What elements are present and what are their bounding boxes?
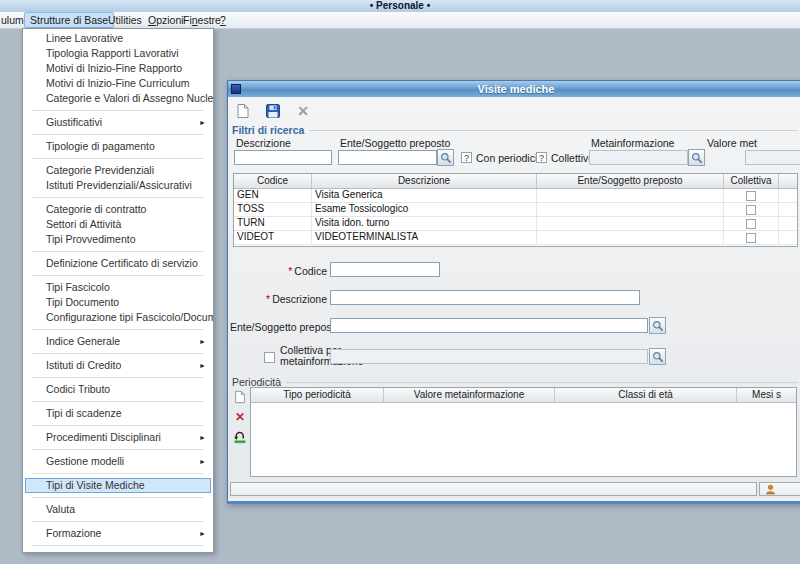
menubar-item-strutture-di-base[interactable]: Strutture di Base — [24, 12, 114, 28]
menu-item-indice-generale[interactable]: Indice Generale► — [23, 334, 213, 349]
menu-item-istituti-previdenziali[interactable]: Istituti Previdenziali/Assicurativi — [23, 178, 213, 193]
menu-item-istituti-credito[interactable]: Istituti di Credito► — [23, 358, 213, 373]
menu-item-procedimenti-disciplinari[interactable]: Procedimenti Disciplinari► — [23, 430, 213, 445]
menu-separator — [32, 158, 204, 159]
menu-item-tipi-scadenze[interactable]: Tipi di scadenze — [23, 406, 213, 421]
menu-item-tipi-visite-mediche[interactable]: Tipi di Visite Mediche — [25, 478, 211, 493]
column-header-codice[interactable]: Codice — [234, 174, 312, 188]
menu-separator — [32, 353, 204, 354]
cell-codice: TOSS — [234, 203, 312, 216]
window-icon — [231, 84, 241, 94]
menu-separator — [32, 377, 204, 378]
cell-filler — [779, 203, 797, 216]
form-collettiva-meta-search-button[interactable] — [649, 348, 666, 365]
menu-item-valuta[interactable]: Valuta — [23, 502, 213, 517]
submenu-arrow-icon: ► — [199, 358, 206, 373]
filter-valore-meta-label: Valore met — [707, 137, 757, 149]
table-row[interactable]: TURN Visita idon. turno — [234, 217, 797, 231]
menu-item-tipologia-rapporti[interactable]: Tipologia Rapporti Lavorativi — [23, 46, 213, 61]
menu-item-categorie-contratto[interactable]: Categorie di contratto — [23, 202, 213, 217]
filter-descrizione-input[interactable] — [234, 150, 332, 165]
periodicita-delete-row-button[interactable]: ✕ — [232, 409, 248, 425]
collettiva-checkbox[interactable] — [746, 219, 756, 229]
menu-item-gestione-modelli[interactable]: Gestione modelli► — [23, 454, 213, 469]
delete-button[interactable]: ✕ — [292, 101, 314, 121]
submenu-arrow-icon: ► — [199, 334, 206, 349]
menu-item-categorie-previdenziali[interactable]: Categorie Previdenziali — [23, 163, 213, 178]
table-row[interactable]: VIDEOT VIDEOTERMINALISTA — [234, 231, 797, 245]
form-collettiva-meta-input — [330, 349, 648, 364]
menu-item-tipi-provvedimento[interactable]: Tipi Provvedimento — [23, 232, 213, 247]
form-ente-input[interactable] — [330, 318, 648, 333]
cell-ente — [537, 203, 724, 216]
cell-ente — [537, 217, 724, 230]
periodicita-new-row-button[interactable] — [232, 389, 248, 405]
statusbar-user-area — [759, 482, 800, 496]
menu-item-tipologie-pagamento[interactable]: Tipologie di pagamento — [23, 139, 213, 154]
filter-descrizione-label: Descrizione — [236, 137, 291, 149]
table-row[interactable]: GEN Visita Generica — [234, 189, 797, 203]
filter-ente-input[interactable] — [338, 150, 437, 165]
form-codice-input[interactable] — [330, 262, 440, 277]
menubar-item-utilities[interactable]: Utilities — [103, 13, 147, 27]
menu-item-motivi-inizio-fine-curriculum[interactable]: Motivi di Inizio-Fine Curriculum — [23, 76, 213, 91]
cell-descrizione: Esame Tossicologico — [312, 203, 537, 216]
menu-separator — [32, 134, 204, 135]
cell-ente — [537, 189, 724, 202]
menu-item-giustificativi[interactable]: Giustificativi► — [23, 115, 213, 130]
column-header-ente[interactable]: Ente/Soggetto preposto — [537, 174, 724, 188]
menu-separator — [32, 473, 204, 474]
cell-collettiva — [724, 203, 779, 216]
menu-item-settori-attivita[interactable]: Settori di Attività — [23, 217, 213, 232]
menubar: ulum Strutture di Base Utilities Opzioni… — [0, 12, 800, 29]
results-table-header: Codice Descrizione Ente/Soggetto prepost… — [234, 174, 797, 189]
new-button[interactable] — [232, 101, 254, 121]
collettiva-checkbox[interactable] — [746, 233, 756, 243]
menu-item-tipi-fascicolo[interactable]: Tipi Fascicolo — [23, 280, 213, 295]
column-header-valore-meta[interactable]: Valore metainformazione — [384, 388, 555, 402]
cell-filler — [779, 189, 797, 202]
delete-x-icon: ✕ — [235, 411, 245, 423]
form-ente-label: Ente/Soggetto preposto — [230, 321, 327, 333]
con-periodicita-checkbox[interactable]: ? — [461, 152, 472, 163]
strutture-di-base-dropdown: Linee Lavorative Tipologia Rapporti Lavo… — [22, 28, 214, 553]
collettive-checkbox[interactable]: ? — [536, 152, 547, 163]
save-button[interactable] — [262, 101, 284, 121]
menu-item-motivi-inizio-fine-rapporto[interactable]: Motivi di Inizio-Fine Rapporto — [23, 61, 213, 76]
column-header-descrizione[interactable]: Descrizione — [312, 174, 537, 188]
menu-item-categorie-assegno[interactable]: Categorie e Valori di Assegno Nucleo Fam… — [23, 91, 213, 106]
legend-line — [309, 130, 798, 131]
menu-item-configurazione-fascicolo[interactable]: Configurazione tipi Fascicolo/Documento — [23, 310, 213, 325]
menubar-item-help[interactable]: ? — [215, 13, 231, 27]
form-ente-search-button[interactable] — [649, 317, 666, 334]
menu-item-formazione[interactable]: Formazione► — [23, 526, 213, 541]
collettiva-meta-checkbox[interactable] — [264, 352, 275, 363]
collettiva-checkbox[interactable] — [746, 205, 756, 215]
submenu-arrow-icon: ► — [199, 115, 206, 130]
menu-item-tipi-documento[interactable]: Tipi Documento — [23, 295, 213, 310]
menu-separator — [32, 425, 204, 426]
column-header-tipo-periodicita[interactable]: Tipo periodicità — [251, 388, 384, 402]
menu-item-definizione-certificato[interactable]: Definizione Certificato di servizio — [23, 256, 213, 271]
menu-item-linee-lavorative[interactable]: Linee Lavorative — [23, 31, 213, 46]
menu-item-codici-tributo[interactable]: Codici Tributo — [23, 382, 213, 397]
cell-collettiva — [724, 189, 779, 202]
filter-metainformazione-search-button[interactable] — [688, 149, 705, 166]
menu-separator — [32, 251, 204, 252]
periodicita-restore-button[interactable] — [232, 429, 248, 445]
cell-filler — [779, 231, 797, 244]
collettiva-checkbox[interactable] — [746, 191, 756, 201]
table-row[interactable]: TOSS Esame Tossicologico — [234, 203, 797, 217]
cell-descrizione: Visita idon. turno — [312, 217, 537, 230]
delete-x-icon: ✕ — [297, 104, 309, 118]
form-descrizione-input[interactable] — [330, 290, 640, 305]
window-titlebar[interactable]: Visite mediche — [228, 81, 800, 97]
user-icon[interactable] — [765, 484, 776, 495]
form-codice-label: *Codice — [230, 265, 327, 277]
column-header-mesi[interactable]: Mesi s — [737, 388, 796, 402]
column-header-collettiva[interactable]: Collettiva — [724, 174, 779, 188]
filter-ente-search-button[interactable] — [437, 149, 454, 166]
column-header-classi-eta[interactable]: Classi di età — [555, 388, 737, 402]
legend-line — [286, 382, 798, 383]
menu-separator — [32, 497, 204, 498]
